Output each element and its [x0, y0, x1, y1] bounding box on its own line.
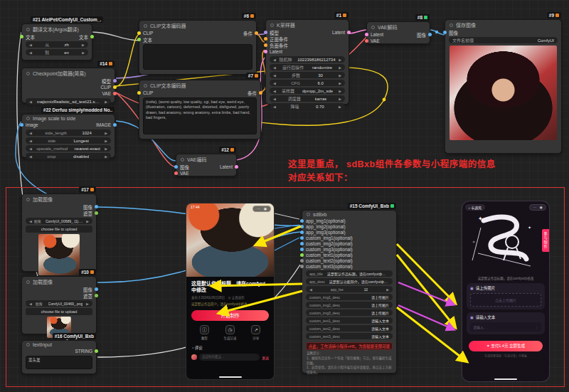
node-header[interactable]: 加载图像 — [22, 277, 96, 286]
publish-button[interactable]: 点此，工作流转小程序+H5，为您赋能无限可能 — [306, 342, 393, 350]
widget-seed[interactable]: 随机种1022398186212734 — [270, 56, 345, 63]
miniapp-capsule[interactable]: ⋯ ◉ — [252, 206, 271, 212]
node-ksampler[interactable]: #1 K采样器 模型 Latent 正面条件 负面条件 Latent 随机种10… — [265, 19, 349, 105]
widget-app-fee[interactable]: app_fee10 — [306, 286, 393, 292]
widget-custom-text1-desc[interactable]: custom_text1_desc请输入文本 — [306, 317, 393, 324]
node-clip-encode-positive[interactable]: #6 CLIP文本编码器 CLIP 条件 文本 — [139, 20, 257, 75]
widget-custom-text2-desc[interactable]: custom_text2_desc请输入文本 — [306, 325, 393, 332]
port-dot-icon[interactable] — [95, 294, 98, 297]
port-dot-icon[interactable] — [443, 31, 447, 34]
widget-app-desc[interactable]: app_desc这是默认功能简介，请在comfyui中修改 — [306, 278, 393, 285]
port-dot-icon[interactable] — [264, 43, 267, 47]
input-port-custom-img3[interactable]: custom_img3(optional) — [307, 247, 353, 252]
node-vae-decode[interactable]: #8 VAE解码 Latent 图像 VAE — [366, 21, 430, 44]
collapse-icon[interactable] — [26, 280, 30, 284]
port-dot-icon[interactable] — [20, 123, 23, 127]
collapse-icon[interactable] — [144, 24, 147, 28]
node-load-image-2[interactable]: #10 加载图像 图像 遮罩 图像ComfyUI_00469_.png choo… — [21, 276, 97, 334]
collapse-icon[interactable] — [371, 26, 375, 29]
output-port-mask[interactable]: 遮罩 — [83, 292, 92, 300]
port-dot-icon[interactable] — [174, 165, 178, 169]
info-icon[interactable]: ⓘ — [200, 325, 209, 334]
input-port-custom-img1[interactable]: custom_img1(optional) — [307, 235, 353, 240]
text-input-area[interactable]: 黑头发 — [26, 356, 92, 369]
port-dot-icon[interactable] — [113, 92, 117, 95]
port-dot-icon[interactable] — [365, 39, 368, 43]
ribbon-badge[interactable]: 参与制作 — [542, 229, 549, 252]
collapse-icon[interactable] — [181, 158, 184, 161]
output-port-text[interactable]: 文本 — [79, 33, 87, 41]
widget-custom-img3-desc[interactable]: custom_img3_desc请上传图片 — [306, 309, 393, 316]
node-clip-encode-negative[interactable]: #7 CLIP文本编码器 CLIP 条件 (nsfw), (worst qual… — [139, 80, 261, 139]
port-dot-icon[interactable] — [300, 259, 304, 263]
node-sdbxb[interactable]: #15 ComfyUI_Bxb sdBxb app_img1(optional)… — [302, 210, 397, 374]
input-port-custom-text2[interactable]: custom_text2(optional) — [307, 258, 353, 263]
output-port-image[interactable]: 图像 — [417, 31, 425, 38]
widget-ckpt-name[interactable]: majicmixRealistic_sd_test\21.safetensors — [26, 98, 111, 105]
node-translate-text[interactable]: #21 AleiPet/ComfyUI_Custom_. 翻译文本(Argos翻… — [21, 23, 92, 60]
prompt-textarea[interactable] — [143, 44, 252, 70]
input-port-vae[interactable]: VAE — [371, 38, 380, 43]
output-port-conditioning[interactable]: 条件 — [248, 90, 256, 97]
port-dot-icon[interactable] — [300, 231, 304, 234]
widget-side-length[interactable]: side_length1024 — [26, 129, 111, 136]
input-port-custom-text3[interactable]: custom_text3(optional) — [307, 264, 353, 269]
widget-scheduler[interactable]: 调度器karras — [270, 95, 345, 102]
collapse-icon[interactable] — [307, 213, 310, 216]
output-port-latent[interactable]: Latent — [220, 164, 232, 169]
more-icon[interactable]: ⋯ — [533, 206, 536, 209]
port-dot-icon[interactable] — [300, 242, 304, 245]
node-header[interactable]: 翻译文本(Argos翻译) — [22, 24, 92, 33]
input-port-app-img2[interactable]: app_img2(optional) — [307, 224, 346, 229]
port-dot-icon[interactable] — [428, 33, 432, 36]
input-port-app-img1[interactable]: app_img1(optional) — [307, 218, 346, 223]
input-port-negative[interactable]: 负面条件 — [270, 42, 288, 49]
widget-upscale-method[interactable]: upscale_methodnearest-exact — [26, 145, 111, 152]
port-dot-icon[interactable] — [365, 33, 368, 36]
port-dot-icon[interactable] — [95, 287, 98, 291]
port-dot-icon[interactable] — [300, 248, 304, 251]
port-dot-icon[interactable] — [113, 123, 117, 127]
port-dot-icon[interactable] — [113, 79, 117, 83]
collapse-icon[interactable] — [26, 198, 30, 201]
node-checkpoint-loader[interactable]: #14 Checkpoint加载器(简易) 模型 CLIP VAE majicm… — [21, 68, 115, 103]
port-dot-icon[interactable] — [300, 219, 304, 223]
widget-cfg[interactable]: CFG6.0 — [270, 80, 345, 86]
node-header[interactable]: textInput — [22, 341, 96, 348]
input-port-custom-text1[interactable]: custom_text1(optional) — [307, 253, 353, 258]
port-dot-icon[interactable] — [137, 91, 141, 95]
output-port-mask[interactable]: 遮罩 — [83, 210, 92, 217]
input-port-clip[interactable]: CLIP — [144, 90, 153, 95]
prompt-textarea[interactable]: (nsfw), (worst quality, low quality, cgi… — [143, 97, 257, 134]
widget-from[interactable]: 从zh — [26, 41, 88, 48]
close-target-icon[interactable]: ◉ — [264, 207, 267, 211]
output-port-latent[interactable]: Latent — [332, 30, 344, 35]
port-dot-icon[interactable] — [300, 225, 304, 228]
action-history[interactable]: ◷ 生成记录 — [217, 325, 243, 340]
port-dot-icon[interactable] — [113, 85, 117, 89]
collapse-icon[interactable] — [270, 23, 274, 27]
collapse-icon[interactable] — [26, 28, 30, 31]
output-port-clip[interactable]: CLIP — [101, 85, 110, 90]
output-port-conditioning[interactable]: 条件 — [243, 30, 252, 37]
back-button[interactable]: ‹ 卡通风 — [465, 204, 485, 211]
miniapp-capsule[interactable]: ⋯ ◉ — [529, 204, 546, 211]
input-port-app-img3[interactable]: app_img3(optional) — [307, 230, 346, 235]
widget-app-title[interactable]: app_title这是默认作品标题，请在comfyui中修改 — [306, 270, 393, 277]
upload-button[interactable]: choose file to upload — [26, 308, 92, 315]
input-port-latent[interactable]: Latent — [270, 49, 282, 54]
node-text-input[interactable]: #16 ComfyUI_Bxb textInput STRING 黑头发 — [21, 340, 97, 374]
widget-filename-prefix[interactable]: 文件名前缀ComfyUI — [449, 37, 558, 43]
node-header[interactable]: Image scale to side — [22, 115, 115, 122]
node-header[interactable]: CLIP文本编码器 — [139, 21, 256, 30]
port-dot-icon[interactable] — [347, 31, 351, 34]
port-dot-icon[interactable] — [300, 265, 304, 268]
collapse-icon[interactable] — [144, 84, 147, 88]
input-port-vae[interactable]: VAE — [181, 171, 189, 176]
node-header[interactable]: VAE编码 — [176, 154, 236, 164]
action-share[interactable]: ↗ 分享 — [243, 325, 269, 340]
node-header[interactable]: sdBxb — [302, 211, 396, 218]
input-port-image[interactable]: 图像 — [181, 164, 189, 171]
node-load-image-1[interactable]: #17 加载图像 图像 遮罩 图像ComfyUI_00689_ (1).png … — [21, 194, 97, 272]
input-port-clip[interactable]: CLIP — [144, 31, 153, 36]
